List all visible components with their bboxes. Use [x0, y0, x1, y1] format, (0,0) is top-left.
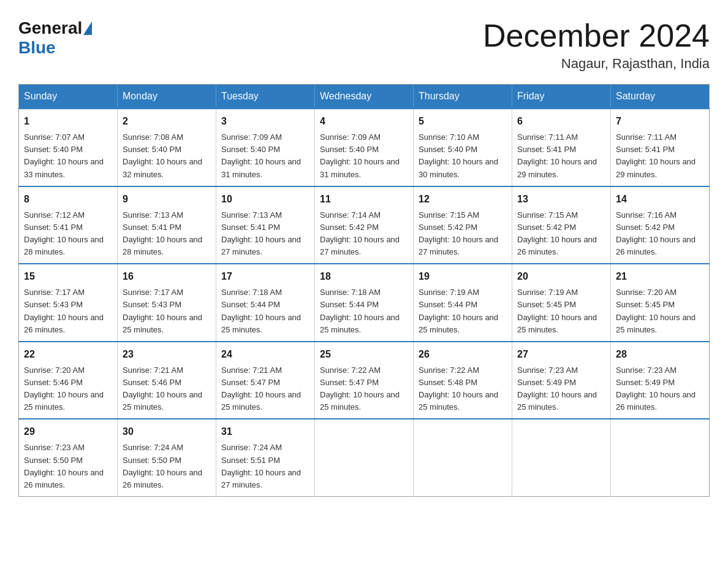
calendar-cell: 12 Sunrise: 7:15 AMSunset: 5:42 PMDaylig… [414, 186, 512, 264]
day-number: 4 [320, 114, 408, 129]
day-info: Sunrise: 7:17 AMSunset: 5:43 PMDaylight:… [123, 288, 202, 334]
day-info: Sunrise: 7:13 AMSunset: 5:41 PMDaylight:… [221, 210, 301, 256]
logo-general-text: General [18, 18, 82, 38]
day-info: Sunrise: 7:19 AMSunset: 5:45 PMDaylight:… [517, 288, 597, 334]
day-number: 25 [320, 347, 408, 362]
day-number: 18 [320, 269, 408, 284]
day-number: 2 [123, 114, 211, 129]
day-number: 30 [123, 424, 211, 439]
day-info: Sunrise: 7:07 AMSunset: 5:40 PMDaylight:… [24, 132, 104, 178]
day-number: 27 [517, 347, 605, 362]
day-number: 15 [24, 269, 112, 284]
day-number: 14 [616, 192, 704, 207]
page-header: General Blue December 2024 Nagaur, Rajas… [18, 18, 710, 72]
day-info: Sunrise: 7:23 AMSunset: 5:49 PMDaylight:… [517, 366, 597, 412]
calendar-cell [611, 419, 710, 496]
calendar-cell: 27 Sunrise: 7:23 AMSunset: 5:49 PMDaylig… [512, 342, 611, 419]
header-monday: Monday [118, 85, 216, 109]
day-info: Sunrise: 7:22 AMSunset: 5:48 PMDaylight:… [419, 366, 498, 412]
header-sunday: Sunday [19, 85, 118, 109]
day-info: Sunrise: 7:10 AMSunset: 5:40 PMDaylight:… [419, 132, 498, 178]
calendar-week-row: 29 Sunrise: 7:23 AMSunset: 5:50 PMDaylig… [19, 419, 710, 496]
day-info: Sunrise: 7:17 AMSunset: 5:43 PMDaylight:… [24, 288, 104, 334]
day-info: Sunrise: 7:15 AMSunset: 5:42 PMDaylight:… [517, 210, 597, 256]
calendar-cell: 24 Sunrise: 7:21 AMSunset: 5:47 PMDaylig… [216, 342, 315, 419]
calendar-cell: 16 Sunrise: 7:17 AMSunset: 5:43 PMDaylig… [118, 264, 216, 342]
calendar-week-row: 22 Sunrise: 7:20 AMSunset: 5:46 PMDaylig… [19, 342, 710, 419]
day-info: Sunrise: 7:23 AMSunset: 5:50 PMDaylight:… [24, 443, 104, 489]
calendar-cell: 19 Sunrise: 7:19 AMSunset: 5:44 PMDaylig… [414, 264, 512, 342]
calendar-cell: 4 Sunrise: 7:09 AMSunset: 5:40 PMDayligh… [315, 109, 414, 186]
title-section: December 2024 Nagaur, Rajasthan, India [483, 18, 710, 72]
day-info: Sunrise: 7:22 AMSunset: 5:47 PMDaylight:… [320, 366, 400, 412]
day-number: 3 [221, 114, 309, 129]
day-number: 29 [24, 424, 112, 439]
day-number: 12 [419, 192, 507, 207]
day-number: 21 [616, 269, 704, 284]
calendar-cell: 2 Sunrise: 7:08 AMSunset: 5:40 PMDayligh… [118, 109, 216, 186]
calendar-cell: 10 Sunrise: 7:13 AMSunset: 5:41 PMDaylig… [216, 186, 315, 264]
day-info: Sunrise: 7:16 AMSunset: 5:42 PMDaylight:… [616, 210, 696, 256]
calendar-cell: 9 Sunrise: 7:13 AMSunset: 5:41 PMDayligh… [118, 186, 216, 264]
calendar-cell: 8 Sunrise: 7:12 AMSunset: 5:41 PMDayligh… [19, 186, 118, 264]
day-info: Sunrise: 7:18 AMSunset: 5:44 PMDaylight:… [320, 288, 400, 334]
day-info: Sunrise: 7:13 AMSunset: 5:41 PMDaylight:… [123, 210, 202, 256]
calendar-cell: 6 Sunrise: 7:11 AMSunset: 5:41 PMDayligh… [512, 109, 611, 186]
day-info: Sunrise: 7:11 AMSunset: 5:41 PMDaylight:… [517, 132, 597, 178]
month-title: December 2024 [483, 18, 710, 53]
calendar-cell: 13 Sunrise: 7:15 AMSunset: 5:42 PMDaylig… [512, 186, 611, 264]
calendar-cell: 15 Sunrise: 7:17 AMSunset: 5:43 PMDaylig… [19, 264, 118, 342]
calendar-cell: 18 Sunrise: 7:18 AMSunset: 5:44 PMDaylig… [315, 264, 414, 342]
header-tuesday: Tuesday [216, 85, 315, 109]
day-info: Sunrise: 7:20 AMSunset: 5:46 PMDaylight:… [24, 366, 104, 412]
calendar-cell: 29 Sunrise: 7:23 AMSunset: 5:50 PMDaylig… [19, 419, 118, 496]
calendar-cell: 17 Sunrise: 7:18 AMSunset: 5:44 PMDaylig… [216, 264, 315, 342]
location-title: Nagaur, Rajasthan, India [483, 56, 710, 72]
day-info: Sunrise: 7:15 AMSunset: 5:42 PMDaylight:… [419, 210, 498, 256]
calendar-cell: 5 Sunrise: 7:10 AMSunset: 5:40 PMDayligh… [414, 109, 512, 186]
day-info: Sunrise: 7:19 AMSunset: 5:44 PMDaylight:… [419, 288, 498, 334]
calendar-cell: 7 Sunrise: 7:11 AMSunset: 5:41 PMDayligh… [611, 109, 710, 186]
calendar-cell: 3 Sunrise: 7:09 AMSunset: 5:40 PMDayligh… [216, 109, 315, 186]
calendar-cell: 31 Sunrise: 7:24 AMSunset: 5:51 PMDaylig… [216, 419, 315, 496]
day-info: Sunrise: 7:18 AMSunset: 5:44 PMDaylight:… [221, 288, 301, 334]
calendar-cell [315, 419, 414, 496]
calendar-cell: 1 Sunrise: 7:07 AMSunset: 5:40 PMDayligh… [19, 109, 118, 186]
day-number: 31 [221, 424, 309, 439]
day-info: Sunrise: 7:14 AMSunset: 5:42 PMDaylight:… [320, 210, 400, 256]
calendar-header-row: SundayMondayTuesdayWednesdayThursdayFrid… [19, 85, 710, 109]
logo: General Blue [18, 18, 93, 58]
calendar-cell: 22 Sunrise: 7:20 AMSunset: 5:46 PMDaylig… [19, 342, 118, 419]
day-number: 10 [221, 192, 309, 207]
day-number: 24 [221, 347, 309, 362]
calendar-cell: 23 Sunrise: 7:21 AMSunset: 5:46 PMDaylig… [118, 342, 216, 419]
day-number: 17 [221, 269, 309, 284]
day-info: Sunrise: 7:23 AMSunset: 5:49 PMDaylight:… [616, 366, 696, 412]
header-friday: Friday [512, 85, 611, 109]
calendar-cell: 28 Sunrise: 7:23 AMSunset: 5:49 PMDaylig… [611, 342, 710, 419]
day-number: 16 [123, 269, 211, 284]
day-info: Sunrise: 7:21 AMSunset: 5:46 PMDaylight:… [123, 366, 202, 412]
day-number: 8 [24, 192, 112, 207]
logo-triangle-icon [83, 21, 92, 35]
day-info: Sunrise: 7:11 AMSunset: 5:41 PMDaylight:… [616, 132, 696, 178]
day-info: Sunrise: 7:12 AMSunset: 5:41 PMDaylight:… [24, 210, 104, 256]
day-number: 13 [517, 192, 605, 207]
header-wednesday: Wednesday [315, 85, 414, 109]
calendar-cell: 14 Sunrise: 7:16 AMSunset: 5:42 PMDaylig… [611, 186, 710, 264]
calendar-week-row: 1 Sunrise: 7:07 AMSunset: 5:40 PMDayligh… [19, 109, 710, 186]
calendar-week-row: 8 Sunrise: 7:12 AMSunset: 5:41 PMDayligh… [19, 186, 710, 264]
calendar-cell: 25 Sunrise: 7:22 AMSunset: 5:47 PMDaylig… [315, 342, 414, 419]
calendar-cell: 30 Sunrise: 7:24 AMSunset: 5:50 PMDaylig… [118, 419, 216, 496]
day-info: Sunrise: 7:20 AMSunset: 5:45 PMDaylight:… [616, 288, 696, 334]
day-number: 7 [616, 114, 704, 129]
day-number: 11 [320, 192, 408, 207]
day-info: Sunrise: 7:24 AMSunset: 5:50 PMDaylight:… [123, 443, 202, 489]
day-number: 22 [24, 347, 112, 362]
calendar-cell: 20 Sunrise: 7:19 AMSunset: 5:45 PMDaylig… [512, 264, 611, 342]
header-thursday: Thursday [414, 85, 512, 109]
calendar-cell: 21 Sunrise: 7:20 AMSunset: 5:45 PMDaylig… [611, 264, 710, 342]
day-number: 26 [419, 347, 507, 362]
calendar-table: SundayMondayTuesdayWednesdayThursdayFrid… [18, 84, 710, 497]
day-number: 28 [616, 347, 704, 362]
